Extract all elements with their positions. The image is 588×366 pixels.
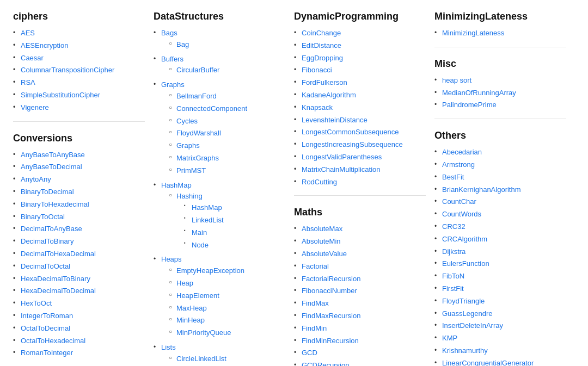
list-item-link[interactable]: LinearCongruentialGenerator — [442, 359, 534, 366]
list-item-link[interactable]: RSA — [21, 78, 35, 86]
list-item-link[interactable]: OctalToHexadecimal — [21, 337, 85, 345]
list-item-link[interactable]: GCDRecursion — [302, 361, 349, 366]
list-item-link[interactable]: FindMinRecursion — [302, 337, 359, 345]
list-item-link[interactable]: DecimalToOctal — [21, 262, 70, 270]
list-item-link[interactable]: Main — [192, 228, 207, 237]
list-item-link[interactable]: AbsoluteValue — [302, 250, 347, 258]
list-item-link[interactable]: Bags — [161, 29, 177, 37]
list-item-link[interactable]: FactorialRecursion — [302, 275, 360, 283]
list-item-link[interactable]: EmptyHeapException — [176, 266, 244, 275]
list-item-link[interactable]: Fibonacci — [302, 66, 332, 74]
list-item-link[interactable]: FibonacciNumber — [302, 287, 357, 295]
list-item-link[interactable]: FirstFit — [442, 284, 464, 293]
list-item-link[interactable]: Armstrong — [442, 160, 475, 169]
list-item-link[interactable]: DecimalToAnyBase — [21, 225, 82, 233]
list-item-link[interactable]: Cycles — [176, 117, 198, 125]
list-item-link[interactable]: RomanToInteger — [21, 349, 73, 357]
list-item-link[interactable]: MinimizingLateness — [442, 29, 504, 37]
list-item-link[interactable]: Factorial — [302, 262, 329, 270]
list-item-link[interactable]: GCD — [302, 349, 317, 357]
list-item-link[interactable]: EulersFunction — [442, 259, 489, 268]
list-item-link[interactable]: ColumnarTranspositionCipher — [21, 66, 114, 74]
list-item-link[interactable]: InsertDeleteInArray — [442, 321, 503, 330]
list-item-link[interactable]: Buffers — [161, 55, 183, 63]
list-item-link[interactable]: FindMax — [302, 299, 329, 307]
list-item-link[interactable]: Graphs — [176, 141, 200, 150]
list-item-link[interactable]: BestFit — [442, 173, 464, 181]
list-item-link[interactable]: AnyBaseToDecimal — [21, 163, 82, 171]
list-item-link[interactable]: AbsoluteMin — [302, 237, 341, 245]
list-item-link[interactable]: RodCutting — [302, 178, 337, 186]
list-item-link[interactable]: BrianKernighanAlgorithm — [442, 185, 521, 194]
list-item-link[interactable]: SimpleSubstitutionCipher — [21, 91, 100, 99]
list-item-link[interactable]: BellmanFord — [176, 92, 217, 100]
list-item-link[interactable]: FloydWarshall — [176, 129, 221, 137]
list-item-link[interactable]: MinHeap — [176, 316, 205, 324]
list-item-link[interactable]: EggDropping — [302, 54, 343, 62]
list-item-link[interactable]: KadaneAlgorithm — [302, 91, 356, 99]
list-item-link[interactable]: AESEncryption — [21, 41, 68, 49]
list-item-link[interactable]: Heap — [176, 279, 193, 287]
list-item-link[interactable]: CountWords — [442, 210, 481, 218]
list-item-link[interactable]: Vigenere — [21, 103, 49, 111]
list-item-link[interactable]: Caesar — [21, 54, 44, 62]
list-item-link[interactable]: Heaps — [161, 255, 182, 263]
list-item-link[interactable]: Krishnamurthy — [442, 346, 488, 355]
list-item-link[interactable]: BinaryToHexadecimal — [21, 200, 89, 208]
list-item-link[interactable]: Node — [192, 241, 209, 249]
list-item-link[interactable]: CountChar — [442, 197, 476, 206]
list-item-link[interactable]: Lists — [161, 343, 176, 351]
list-item-link[interactable]: PalindromePrime — [442, 101, 497, 109]
list-item-link[interactable]: Dijkstra — [442, 247, 465, 256]
list-item-link[interactable]: FindMin — [302, 324, 327, 332]
list-item-link[interactable]: CircularBuffer — [176, 66, 219, 74]
list-item-link[interactable]: HashMap — [192, 203, 222, 212]
list-item-link[interactable]: KMP — [442, 334, 457, 342]
list-item-link[interactable]: FloydTriangle — [442, 297, 485, 305]
list-item-link[interactable]: HeapElement — [176, 291, 219, 300]
list-item-link[interactable]: AnyBaseToAnyBase — [21, 151, 85, 159]
list-item-link[interactable]: HashMap — [161, 181, 192, 189]
list-item-link[interactable]: heap sort — [442, 76, 471, 84]
list-item-link[interactable]: FibToN — [442, 272, 464, 280]
list-item-link[interactable]: AbsoluteMax — [302, 225, 342, 233]
list-item-link[interactable]: HexaDecimalToDecimal — [21, 287, 96, 295]
list-item-link[interactable]: Bag — [176, 40, 189, 48]
list-item-link[interactable]: ConnectedComponent — [176, 104, 247, 113]
list-item-link[interactable]: AES — [21, 29, 35, 37]
list-item-link[interactable]: LongestIncreasingSubsequence — [302, 140, 403, 148]
list-item-link[interactable]: BinaryToDecimal — [21, 188, 74, 196]
list-item-link[interactable]: PrimMST — [176, 166, 206, 175]
list-item-link[interactable]: Graphs — [161, 80, 185, 89]
list-item-link[interactable]: MedianOfRunningArray — [442, 89, 516, 97]
list-item-link[interactable]: HexaDecimalToBinary — [21, 275, 90, 283]
list-item: Bag — [169, 39, 285, 51]
list-item-link[interactable]: EditDistance — [302, 41, 341, 49]
list-item-link[interactable]: DecimalToHexaDecimal — [21, 250, 96, 258]
list-item-link[interactable]: CoinChange — [302, 29, 341, 37]
list-item-link[interactable]: BinaryToOctal — [21, 213, 65, 221]
list-item-link[interactable]: CircleLinkedList — [176, 355, 226, 363]
list-item-link[interactable]: LinkedList — [192, 216, 224, 224]
list-item-link[interactable]: Knapsack — [302, 103, 333, 111]
list-item-link[interactable]: FindMaxRecursion — [302, 312, 360, 320]
list-item-link[interactable]: OctalToDecimal — [21, 324, 70, 332]
list-item-link[interactable]: CRC32 — [442, 222, 465, 231]
list-item-link[interactable]: AnytoAny — [21, 175, 51, 183]
list-item-link[interactable]: GuassLegendre — [442, 309, 493, 318]
list-item: FirstFit — [434, 283, 566, 295]
list-item-link[interactable]: LevenshteinDistance — [302, 116, 367, 124]
list-item-link[interactable]: Abecedarian — [442, 148, 482, 156]
list-item-link[interactable]: LongestCommonSubsequence — [302, 128, 399, 136]
list-item-link[interactable]: HexToOct — [21, 299, 52, 307]
list-item-link[interactable]: LongestValidParentheses — [302, 153, 382, 161]
list-item-link[interactable]: Hashing — [176, 192, 203, 200]
list-item-link[interactable]: MinPriorityQueue — [176, 328, 231, 337]
list-item-link[interactable]: MatrixGraphs — [176, 154, 219, 162]
list-item-link[interactable]: IntegerToRoman — [21, 312, 73, 320]
list-item-link[interactable]: MatrixChainMultiplication — [302, 165, 381, 173]
list-item-link[interactable]: DecimalToBinary — [21, 237, 74, 245]
list-item-link[interactable]: FordFulkerson — [302, 78, 347, 86]
list-item-link[interactable]: CRCAlgorithm — [442, 235, 487, 243]
list-item-link[interactable]: MaxHeap — [176, 304, 207, 312]
